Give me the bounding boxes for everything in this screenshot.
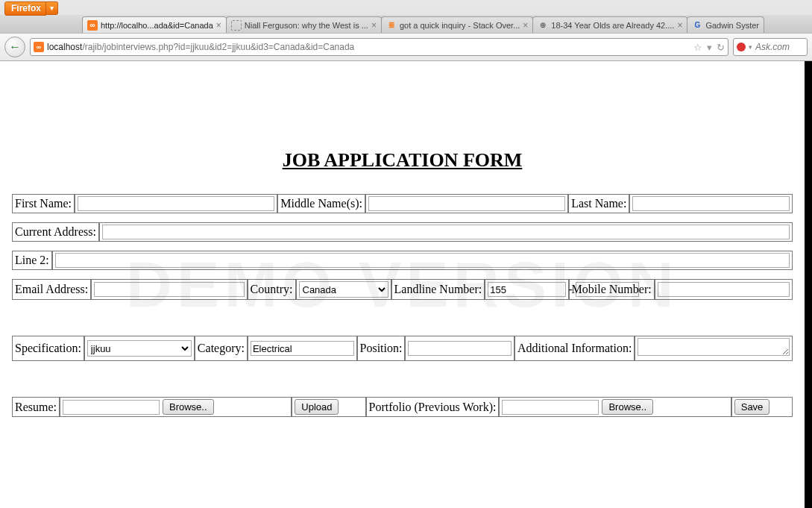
back-button[interactable]: ← — [4, 37, 25, 57]
search-box[interactable]: ▾ — [733, 38, 808, 56]
xampp-icon: ∞ — [87, 20, 98, 31]
page-icon — [231, 20, 242, 31]
position-label: Position: — [357, 336, 406, 361]
close-icon[interactable]: × — [677, 20, 682, 31]
browser-tab-3[interactable]: ⊕ 18-34 Year Olds are Already 42.... × — [532, 16, 687, 33]
gadwin-icon: G — [692, 20, 702, 31]
mobile-input[interactable] — [658, 282, 790, 297]
category-input[interactable] — [251, 341, 354, 356]
bookmark-icon[interactable]: ☆ — [693, 42, 702, 53]
specification-select[interactable]: jjkuu — [87, 340, 192, 357]
reload-icon[interactable]: ↻ — [717, 42, 725, 53]
tab-title: got a quick inquiry - Stack Over... — [400, 21, 520, 30]
address-row: Current Address: — [12, 222, 793, 242]
tab-title: http://localho...ada&id=Canada — [101, 21, 213, 30]
page-title: JOB APPLICATION FORM — [12, 149, 793, 172]
job-row: Specification: jjkuu Category: Position:… — [12, 336, 793, 361]
upload-button[interactable]: Upload — [295, 399, 339, 415]
portfolio-label: Portfolio (Previous Work): — [366, 397, 500, 417]
specification-label: Specification: — [12, 336, 84, 361]
first-name-input[interactable] — [78, 196, 274, 211]
portfolio-path-input[interactable] — [502, 400, 599, 415]
dropdown-icon[interactable]: ▾ — [707, 42, 712, 53]
arrow-left-icon: ← — [9, 40, 21, 54]
resume-browse-button[interactable]: Browse.. — [163, 399, 214, 415]
search-input[interactable] — [755, 42, 800, 52]
browser-tab-4[interactable]: G Gadwin Syster — [687, 16, 764, 33]
browser-tab-0[interactable]: ∞ http://localho...ada&id=Canada × — [82, 16, 227, 33]
landline-label: Landline Number: — [391, 279, 485, 300]
line2-row: Line 2: — [12, 251, 793, 270]
middle-name-input[interactable] — [368, 196, 565, 211]
tab-title: 18-34 Year Olds are Already 42.... — [551, 21, 674, 30]
country-select[interactable]: Canada — [299, 281, 388, 298]
contact-row: Email Address: Country: Canada Landline … — [12, 279, 793, 300]
last-name-label: Last Name: — [568, 194, 629, 213]
close-icon[interactable]: × — [523, 20, 528, 31]
email-input[interactable] — [94, 282, 244, 297]
tab-strip: ∞ http://localho...ada&id=Canada × Niall… — [0, 15, 812, 33]
browser-tab-1[interactable]: Niall Ferguson: why the West is ... × — [226, 16, 382, 33]
current-address-input[interactable] — [102, 225, 790, 239]
current-address-label: Current Address: — [12, 222, 99, 242]
tab-title: Niall Ferguson: why the West is ... — [245, 21, 368, 30]
email-label: Email Address: — [12, 279, 91, 300]
browser-tab-2[interactable]: ≣ got a quick inquiry - Stack Over... × — [381, 16, 533, 33]
country-label: Country: — [248, 279, 296, 300]
resume-path-input[interactable] — [63, 400, 160, 415]
category-label: Category: — [195, 336, 248, 361]
portfolio-browse-button[interactable]: Browse.. — [602, 399, 653, 415]
globe-icon: ⊕ — [538, 20, 548, 31]
middle-name-label: Middle Name(s): — [277, 194, 365, 213]
url-bar[interactable]: ∞ localhost/rajib/jobinterviews.php?id=j… — [30, 38, 728, 56]
xampp-icon: ∞ — [34, 42, 44, 52]
search-caret-icon[interactable]: ▾ — [749, 43, 752, 51]
stackoverflow-icon: ≣ — [386, 20, 397, 31]
save-button[interactable]: Save — [734, 399, 770, 415]
firefox-menu-button[interactable]: Firefox — [4, 1, 46, 16]
addinfo-label: Additional Information: — [514, 336, 635, 361]
firefox-menu-caret[interactable]: ▾ — [46, 1, 58, 15]
close-icon[interactable]: × — [216, 20, 221, 31]
name-row: First Name: Middle Name(s): Last Name: — [12, 194, 793, 213]
last-name-input[interactable] — [632, 196, 790, 211]
url-text: localhost/rajib/jobinterviews.php?id=jjk… — [47, 42, 690, 52]
resume-label: Resume: — [12, 397, 60, 417]
files-row: Resume: Browse.. Upload Portfolio (Previ… — [12, 397, 793, 417]
line2-label: Line 2: — [12, 251, 52, 270]
position-input[interactable] — [408, 341, 512, 356]
landline-code-input[interactable] — [488, 282, 565, 297]
line2-input[interactable] — [55, 253, 790, 268]
first-name-label: First Name: — [12, 194, 75, 213]
addinfo-textarea[interactable] — [638, 338, 790, 356]
close-icon[interactable]: × — [371, 20, 377, 31]
tab-title: Gadwin Syster — [705, 21, 759, 30]
ask-icon — [737, 43, 746, 51]
